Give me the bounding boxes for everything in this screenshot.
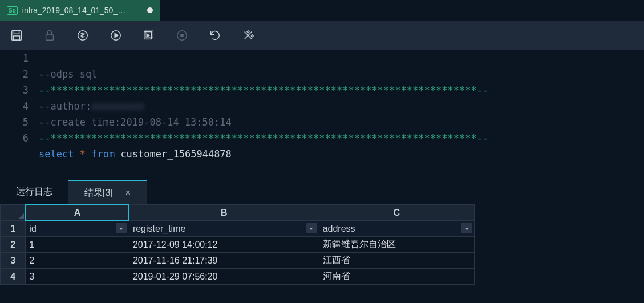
data-cell[interactable]: 2019-01-29 07:56:20 [129, 269, 319, 285]
data-cell[interactable]: 2017-11-16 21:17:39 [129, 253, 319, 269]
row-number[interactable]: 1 [1, 221, 26, 237]
table-row: 3 2 2017-11-16 21:17:39 江西省 [1, 253, 475, 269]
line-number: 4 [0, 98, 29, 114]
lock-button[interactable] [43, 29, 56, 42]
tab-result[interactable]: 结果[3] × [68, 180, 147, 204]
line-number: 2 [0, 66, 29, 82]
data-cell[interactable]: 1 [26, 237, 129, 253]
run-section-button[interactable] [143, 29, 155, 42]
column-header[interactable]: A [26, 205, 129, 221]
row-number[interactable]: 2 [1, 237, 26, 253]
column-letter-row: A B C [1, 205, 475, 221]
tab-label: 运行日志 [16, 186, 52, 198]
reload-button[interactable] [209, 29, 221, 42]
table-row: 1 id▾ register_time▾ address▾ [1, 221, 475, 237]
table-row: 4 3 2019-01-29 07:56:20 河南省 [1, 269, 475, 285]
code-line: --**************************************… [39, 84, 488, 96]
line-number: 3 [0, 82, 29, 98]
close-icon[interactable]: × [125, 188, 131, 198]
file-tab[interactable]: Sq infra_2019_08_14_01_50_… [0, 0, 160, 21]
line-number: 1 [0, 50, 29, 66]
line-number: 6 [0, 130, 29, 146]
code-line: --author:xxxxxxxxx [39, 100, 144, 112]
code-editor[interactable]: 1 2 3 4 5 6 --odps sql --***************… [0, 50, 644, 179]
table-row: 2 1 2017-12-09 14:00:12 新疆维吾尔自治区 [1, 237, 475, 253]
svg-rect-1 [14, 31, 19, 34]
line-number-gutter: 1 2 3 4 5 6 [0, 50, 39, 179]
data-cell[interactable]: 2017-12-09 14:00:12 [129, 237, 319, 253]
svg-rect-3 [46, 35, 54, 40]
format-button[interactable] [242, 29, 254, 42]
chevron-down-icon[interactable]: ▾ [116, 223, 127, 233]
data-cell[interactable]: 江西省 [319, 253, 474, 269]
data-cell[interactable]: 2 [26, 253, 129, 269]
svg-rect-9 [180, 34, 184, 37]
run-button[interactable] [110, 29, 122, 42]
field-header[interactable]: id▾ [26, 221, 129, 237]
sql-file-icon: Sq [7, 6, 18, 15]
stop-button[interactable] [176, 29, 188, 42]
unsaved-indicator-icon [147, 7, 153, 13]
code-line: --odps sql [39, 68, 97, 80]
editor-toolbar [0, 21, 644, 50]
field-header[interactable]: register_time▾ [129, 221, 319, 237]
chevron-down-icon[interactable]: ▾ [306, 223, 317, 233]
field-header[interactable]: address▾ [319, 221, 474, 237]
data-cell[interactable]: 新疆维吾尔自治区 [319, 237, 474, 253]
svg-rect-2 [14, 36, 20, 40]
result-tab-bar: 运行日志 结果[3] × [0, 179, 644, 204]
tab-label: 结果[3] [84, 187, 113, 199]
chevron-down-icon[interactable]: ▾ [461, 223, 472, 233]
file-tab-bar: Sq infra_2019_08_14_01_50_… [0, 0, 644, 21]
code-line: --**************************************… [39, 132, 488, 144]
cost-estimate-button[interactable] [76, 29, 89, 42]
select-all-corner[interactable] [1, 205, 26, 221]
data-cell[interactable]: 河南省 [319, 269, 474, 285]
data-cell[interactable]: 3 [26, 269, 129, 285]
column-header[interactable]: C [319, 205, 474, 221]
tab-run-log[interactable]: 运行日志 [0, 180, 68, 204]
code-line: --create time:2019-08-14 13:50:14 [39, 116, 232, 128]
code-line: select * from customer_1565944878 [39, 148, 232, 160]
column-header[interactable]: B [129, 205, 319, 221]
file-tab-title: infra_2019_08_14_01_50_… [22, 6, 125, 15]
row-number[interactable]: 3 [1, 253, 26, 269]
code-content[interactable]: --odps sql --***************************… [39, 50, 644, 179]
line-number: 5 [0, 114, 29, 130]
save-button[interactable] [10, 29, 23, 42]
result-grid: A B C 1 id▾ register_time▾ address▾ 2 1 … [0, 204, 644, 285]
row-number[interactable]: 4 [1, 269, 26, 285]
